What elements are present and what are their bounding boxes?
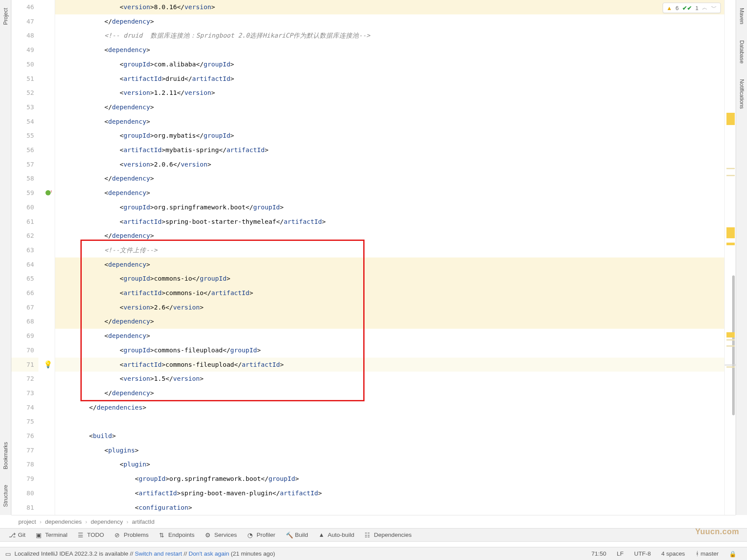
line-number[interactable]: 76 [11,429,38,443]
breadcrumb-artifactId[interactable]: artifactId [132,518,158,525]
line-number[interactable]: 64 [11,257,38,272]
code-line[interactable]: <groupId>commons-io</groupId> [55,271,724,286]
code-line[interactable]: <artifactId>commons-fileupload</artifact… [55,358,724,372]
status-icon[interactable]: ▭ [5,550,11,557]
code-line[interactable]: <version>8.0.16</version> [55,0,724,14]
git-branch-icon[interactable]: ᚼ master [690,550,724,557]
code-line[interactable]: <dependency> [55,257,724,272]
stripe-mark[interactable] [726,345,735,347]
code-line[interactable] [55,414,724,429]
line-number[interactable]: 60 [11,200,38,215]
code-line[interactable]: </dependency> [55,100,724,115]
status-caret-pos[interactable]: 71:50 [586,550,611,557]
line-number[interactable]: 58 [11,171,38,186]
link-switch-restart[interactable]: Switch and restart [135,550,182,557]
line-number[interactable]: 56 [11,143,38,157]
line-number[interactable]: 55 [11,129,38,143]
stripe-mark[interactable] [726,175,735,176]
line-number[interactable]: 52 [11,86,38,100]
line-number[interactable]: 77 [11,443,38,458]
code-line[interactable]: </dependency> [55,229,724,243]
line-number[interactable]: 75 [11,414,38,429]
breadcrumb-dependencies[interactable]: dependencies [45,518,85,525]
line-number[interactable]: 59 [11,186,38,200]
line-number[interactable]: 63 [11,243,38,257]
code-line[interactable]: </dependency> [55,386,724,400]
line-number[interactable]: 80 [11,486,38,501]
error-stripe[interactable] [724,0,736,515]
tool-maven[interactable]: Maven [739,0,745,32]
toolwin-services[interactable]: ⚙Services [200,532,242,538]
line-number[interactable]: 68 [11,314,38,329]
line-number[interactable]: 71 [11,358,38,372]
tool-notifications[interactable]: Notifications [739,71,745,117]
tool-project[interactable]: Project [3,0,9,33]
code-line[interactable]: </dependency> [55,171,724,186]
line-number[interactable]: 65 [11,271,38,286]
code-line[interactable]: <dependency> [55,329,724,343]
toolwin-dependencies[interactable]: ☷Dependencies [359,532,417,538]
link-dont-ask[interactable]: Don't ask again [189,550,229,557]
code-line[interactable]: <artifactId>mybatis-spring</artifactId> [55,143,724,157]
code-line[interactable]: <dependency> [55,115,724,129]
line-number[interactable]: 81 [11,501,38,515]
status-lock-icon[interactable]: 🔒 [724,550,742,557]
code-line[interactable]: <groupId>org.mybatis</groupId> [55,129,724,143]
code-line[interactable]: <artifactId>spring-boot-maven-plugin</ar… [55,486,724,501]
line-number[interactable]: 54 [11,115,38,129]
code-line[interactable]: <version>2.6</version> [55,300,724,315]
stripe-warning[interactable] [726,113,735,125]
breadcrumb-dependency[interactable]: dependency [91,518,127,525]
tool-structure[interactable]: Structure [3,477,9,515]
code-line[interactable]: </dependencies> [55,400,724,415]
code-line[interactable]: <groupId>org.springframework.boot</group… [55,472,724,486]
toolwin-git[interactable]: ⎇Git [3,532,31,538]
inspection-widget[interactable]: ▲6 ✔✔1 ︿ ﹀ [663,3,721,13]
toolwin-profiler[interactable]: ◔Profiler [242,532,281,538]
line-number[interactable]: 62 [11,229,38,243]
stripe-warning[interactable] [726,332,735,337]
editor-gutter[interactable]: 4647484950515253545556575859606162636465… [11,0,55,515]
stripe-mark[interactable] [726,168,735,169]
code-line[interactable]: <artifactId>commons-io</artifactId> [55,286,724,300]
stripe-mark[interactable] [726,339,735,341]
stripe-mark[interactable] [726,366,735,368]
code-line[interactable]: <dependency> [55,43,724,57]
toolwin-endpoints[interactable]: ⇅Endpoints [154,532,200,538]
toolwin-terminal[interactable]: ▣Terminal [31,532,73,538]
intention-bulb-icon[interactable]: 💡 [44,360,52,369]
toolwin-todo[interactable]: ☰TODO [73,532,109,538]
tool-database[interactable]: Database [739,32,745,72]
breadcrumb-project[interactable]: project [18,518,40,525]
spring-nav-icon[interactable] [45,190,51,195]
code-line[interactable]: <plugins> [55,443,724,458]
line-number[interactable]: 70 [11,343,38,358]
line-number[interactable]: 66 [11,286,38,300]
code-line[interactable]: <plugin> [55,457,724,472]
stripe-warning[interactable] [726,227,735,238]
code-line[interactable]: </dependency> [55,14,724,29]
code-line[interactable]: <groupId>commons-fileupload</groupId> [55,343,724,358]
code-line[interactable]: <version>1.2.11</version> [55,86,724,100]
code-line[interactable]: <artifactId>druid</artifactId> [55,72,724,86]
line-number[interactable]: 51 [11,72,38,86]
line-number[interactable]: 49 [11,43,38,57]
line-number[interactable]: 47 [11,14,38,29]
line-number[interactable]: 72 [11,372,38,386]
toolwin-auto-build[interactable]: ▲Auto-build [313,532,360,538]
line-number[interactable]: 50 [11,57,38,72]
code-line[interactable]: </dependency> [55,314,724,329]
code-line[interactable]: <groupId>com.alibaba</groupId> [55,57,724,72]
line-number[interactable]: 74 [11,400,38,415]
code-line[interactable]: <groupId>org.springframework.boot</group… [55,200,724,215]
stripe-warning[interactable] [726,243,735,245]
code-line[interactable]: <build> [55,429,724,443]
status-indent[interactable]: 4 spaces [656,550,690,557]
line-number[interactable]: 73 [11,386,38,400]
status-line-sep[interactable]: LF [611,550,629,557]
line-number[interactable]: 46 [11,0,38,14]
code-line[interactable]: <version>2.0.6</version> [55,157,724,172]
line-number[interactable]: 61 [11,215,38,229]
prev-highlight[interactable]: ︿ [702,4,708,12]
tool-bookmarks[interactable]: Bookmarks [3,434,9,477]
